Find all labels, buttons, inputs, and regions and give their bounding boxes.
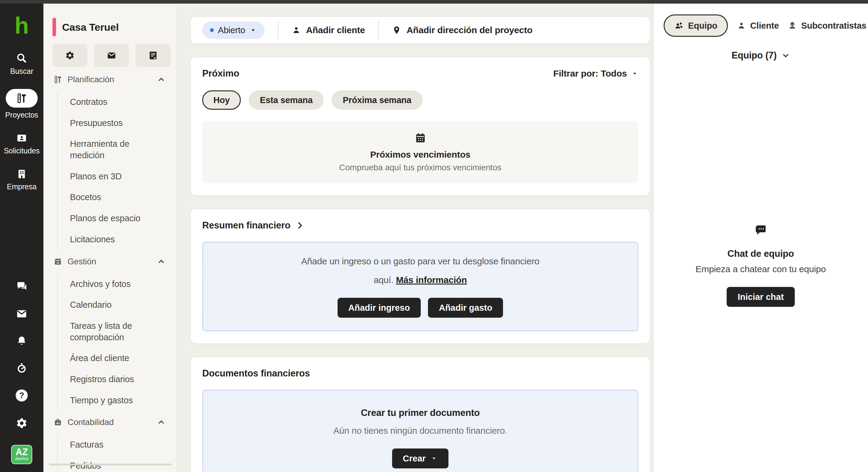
add-expense-button[interactable]: Añadir gasto	[428, 298, 503, 318]
mail-icon[interactable]	[16, 308, 27, 319]
empty-subtitle: Comprueba aquí tus próximos vencimientos	[339, 163, 501, 172]
financial-documents-empty-state: Crear tu primer documento Aún no tienes …	[202, 390, 638, 472]
gear-icon	[65, 51, 75, 60]
upcoming-empty-state: Próximos vencimientos Comprueba aquí tus…	[202, 121, 638, 183]
caret-down-icon	[631, 70, 638, 77]
chat-title: Chat de equipo	[727, 248, 794, 259]
status-dot-icon	[210, 28, 214, 32]
financial-summary-title: Resumen financiero	[202, 220, 290, 231]
rail-item-buscar[interactable]: Buscar	[0, 53, 43, 76]
divider	[378, 21, 379, 39]
note-icon	[148, 51, 158, 60]
sidebar-item-herramienta-medicion[interactable]: Herramienta de medición	[70, 133, 169, 166]
help-icon[interactable]: ?	[16, 389, 28, 402]
sidebar-item-tareas-lista[interactable]: Tareas y lista de comprobación	[70, 316, 169, 348]
user-avatar[interactable]: AZ diseños	[11, 445, 32, 464]
project-notes-button[interactable]	[135, 44, 170, 67]
project-title: Casa Teruel	[62, 22, 119, 33]
rail-item-proyectos[interactable]: Proyectos	[0, 89, 43, 119]
more-info-link[interactable]: Más información	[396, 275, 467, 285]
sidebar-item-contratos[interactable]: Contratos	[70, 92, 169, 113]
section-label: Gestión	[67, 257, 152, 266]
sidebar-item-registros-diarios[interactable]: Registros diarios	[70, 369, 169, 390]
tab-label: Cliente	[750, 21, 779, 31]
project-color-bar	[53, 18, 56, 36]
project-settings-button[interactable]	[53, 44, 87, 67]
project-toolbar-card: Abierto Añadir cliente Añadir dirección …	[190, 16, 650, 44]
empty-text-line1: Añade un ingreso o un gasto para ver tu …	[215, 255, 625, 267]
sidebar-item-planos-3d[interactable]: Planos en 3D	[70, 166, 169, 187]
create-label: Crear	[403, 453, 426, 464]
sidebar-item-planos-espacio[interactable]: Planos de espacio	[70, 208, 169, 229]
create-document-button[interactable]: Crear	[392, 448, 449, 468]
rail-item-empresa[interactable]: Empresa	[0, 168, 43, 191]
active-pill	[6, 89, 38, 107]
chat-subtitle: Empieza a chatear con tu equipo	[695, 264, 826, 274]
chip-hoy[interactable]: Hoy	[202, 90, 241, 110]
sidebar-scrollbar[interactable]	[49, 464, 172, 465]
settings-gear-icon[interactable]	[16, 417, 28, 429]
company-building-icon	[16, 168, 27, 179]
status-dropdown[interactable]: Abierto	[202, 22, 265, 39]
rail-item-label: Solicitudes	[4, 147, 40, 155]
chevron-up-icon	[157, 257, 165, 266]
add-client-button[interactable]: Añadir cliente	[292, 25, 365, 35]
filter-dropdown[interactable]: Filtrar por: Todos	[553, 68, 638, 79]
section-header-planificacion[interactable]: Planificación	[43, 75, 177, 84]
financial-documents-title: Documentos financieros	[202, 368, 310, 379]
section-label: Planificación	[67, 75, 152, 84]
empty-title: Crear tu primer documento	[215, 408, 625, 418]
upcoming-card: Próximo Filtrar por: Todos Hoy Esta sema…	[190, 57, 650, 196]
project-mail-button[interactable]	[94, 44, 129, 67]
sidebar-item-facturas[interactable]: Facturas	[70, 434, 169, 455]
sidebar-item-licitaciones[interactable]: Licitaciones	[70, 229, 169, 250]
section-header-contabilidad[interactable]: Contabilidad	[43, 417, 177, 427]
sidebar-item-archivos-fotos[interactable]: Archivos y fotos	[70, 274, 169, 295]
chat-icon[interactable]	[16, 281, 27, 292]
sidebar-item-area-cliente[interactable]: Área del cliente	[70, 348, 169, 369]
filter-label: Filtrar por: Todos	[553, 68, 627, 79]
team-group-label: Equipo (7)	[732, 50, 777, 61]
rail-item-label: Empresa	[7, 182, 37, 191]
start-chat-button[interactable]: Iniciar chat	[727, 287, 795, 307]
financial-documents-card: Documentos financieros Crear tu primer d…	[190, 356, 650, 472]
mail-icon	[107, 51, 116, 60]
add-income-button[interactable]: Añadir ingreso	[338, 298, 421, 318]
timer-icon[interactable]	[16, 362, 27, 374]
sidebar-item-presupuestos[interactable]: Presupuestos	[70, 113, 169, 134]
sidebar-item-tiempo-gastos[interactable]: Tiempo y gastos	[70, 390, 169, 411]
tab-equipo[interactable]: Equipo	[664, 14, 728, 37]
main-content: Abierto Añadir cliente Añadir dirección …	[178, 4, 653, 472]
chip-esta-semana[interactable]: Esta semana	[249, 90, 324, 110]
divider	[278, 21, 278, 39]
tab-label: Equipo	[688, 21, 717, 31]
browser-chrome-strip	[0, 0, 868, 4]
team-group-dropdown[interactable]: Equipo (7)	[732, 50, 790, 61]
person-icon	[737, 21, 746, 30]
section-list-gestion: Archivos y fotos Calendario Tareas y lis…	[57, 274, 177, 411]
rail-item-solicitudes[interactable]: Solicitudes	[0, 133, 43, 155]
worker-icon	[788, 21, 797, 30]
section-header-gestion[interactable]: Gestión	[43, 257, 177, 266]
houzz-logo-icon[interactable]: h	[14, 14, 29, 37]
add-project-address-button[interactable]: Añadir dirección del proyecto	[392, 25, 532, 35]
chevron-up-icon	[157, 418, 165, 427]
financial-summary-card: Resumen financiero Añade un ingreso o un…	[190, 209, 650, 344]
project-sidebar: Casa Teruel Planificación	[43, 4, 178, 472]
tab-subcontratistas[interactable]: Subcontratistas	[788, 21, 866, 31]
sidebar-item-bocetos[interactable]: Bocetos	[70, 187, 169, 208]
leads-card-icon	[16, 133, 27, 144]
empty-title: Próximos vencimientos	[370, 150, 470, 160]
notifications-bell-icon[interactable]	[16, 335, 27, 347]
rail-item-label: Proyectos	[5, 111, 38, 119]
tab-cliente[interactable]: Cliente	[737, 21, 779, 31]
chevron-down-icon	[781, 51, 790, 60]
projects-tools-icon	[16, 93, 27, 104]
caret-down-icon	[250, 27, 257, 34]
sidebar-item-calendario[interactable]: Calendario	[70, 294, 169, 316]
upcoming-chips: Hoy Esta semana Próxima semana	[202, 90, 638, 110]
chip-proxima-semana[interactable]: Próxima semana	[332, 90, 423, 110]
app-window: h Buscar Proyectos Solicitudes	[0, 0, 868, 472]
calendar-31-icon	[54, 257, 62, 266]
financial-summary-header[interactable]: Resumen financiero	[202, 220, 638, 231]
